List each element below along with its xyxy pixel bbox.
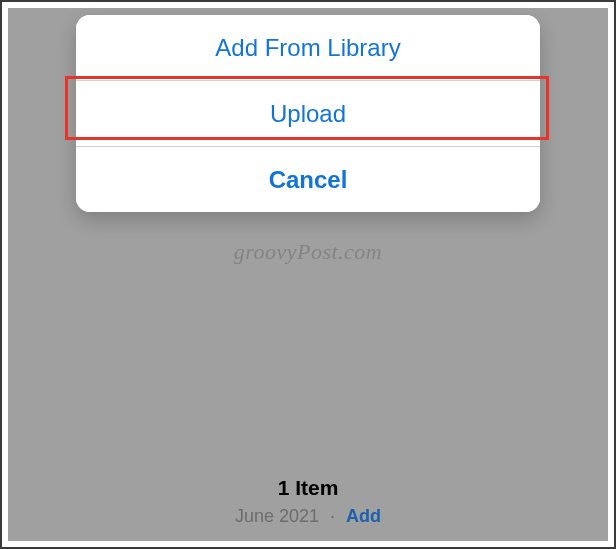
- add-button[interactable]: Add: [346, 506, 381, 526]
- footer-meta: June 2021 · Add: [8, 506, 608, 527]
- action-sheet: Add From Library Upload Cancel: [76, 15, 540, 212]
- screenshot-frame: Add From Library Upload Cancel groovyPos…: [0, 0, 616, 549]
- add-from-library-button[interactable]: Add From Library: [76, 15, 540, 80]
- app-background: Add From Library Upload Cancel groovyPos…: [8, 8, 608, 541]
- item-count-label: 1 Item: [8, 476, 608, 500]
- cancel-button[interactable]: Cancel: [76, 147, 540, 212]
- footer-info: 1 Item June 2021 · Add: [8, 476, 608, 527]
- watermark-text: groovyPost.com: [8, 239, 608, 265]
- upload-button[interactable]: Upload: [76, 81, 540, 146]
- footer-date: June 2021: [235, 506, 319, 526]
- dot-separator: ·: [330, 506, 335, 526]
